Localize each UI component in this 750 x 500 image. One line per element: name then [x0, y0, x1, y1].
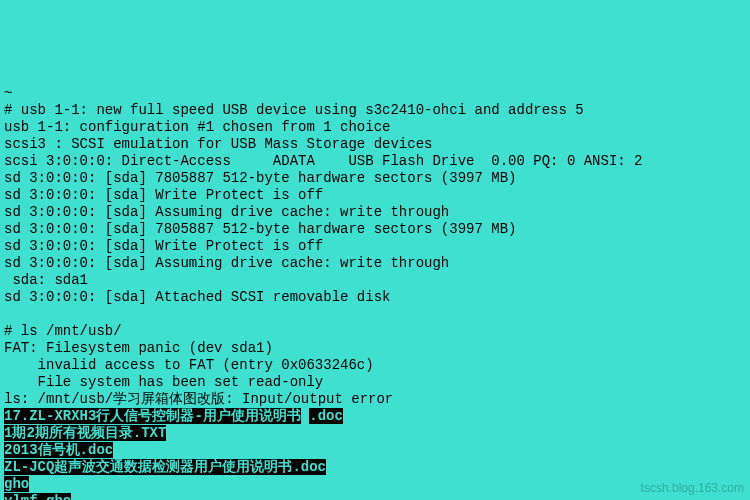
file-entry: 17.ZL-XRXH3行人信号控制器-用户使用说明书 [4, 408, 301, 424]
output-line: sd 3:0:0:0: [sda] Write Protect is off [4, 187, 323, 203]
file-entry: 2013信号机.doc [4, 442, 113, 458]
output-line: sda: sda1 [4, 272, 88, 288]
output-line: sd 3:0:0:0: [sda] Assuming drive cache: … [4, 204, 449, 220]
output-line: sd 3:0:0:0: [sda] Write Protect is off [4, 238, 323, 254]
file-entry: 1期2期所有视频目录.TXT [4, 425, 166, 441]
file-entry: ZL-JCQ超声波交通数据检测器用户使用说明书.doc [4, 459, 326, 475]
output-line: invalid access to FAT (entry 0x0633246c) [4, 357, 374, 373]
output-line: ls: /mnt/usb/学习屏箱体图改版: Input/output erro… [4, 391, 393, 407]
output-line: sd 3:0:0:0: [sda] 7805887 512-byte hardw… [4, 170, 516, 186]
terminal-output: ~ # usb 1-1: new full speed USB device u… [0, 68, 750, 500]
file-entry: gho [4, 476, 29, 492]
output-line: usb 1-1: configuration #1 chosen from 1 … [4, 119, 390, 135]
output-line: FAT: Filesystem panic (dev sda1) [4, 340, 273, 356]
output-line: scsi3 : SCSI emulation for USB Mass Stor… [4, 136, 432, 152]
output-line: sd 3:0:0:0: [sda] 7805887 512-byte hardw… [4, 221, 516, 237]
output-line: ~ [4, 85, 12, 101]
output-line: sd 3:0:0:0: [sda] Attached SCSI removabl… [4, 289, 390, 305]
output-line: sd 3:0:0:0: [sda] Assuming drive cache: … [4, 255, 449, 271]
file-entry-gap [301, 408, 309, 424]
file-entry: ylmf.gho [4, 493, 71, 500]
output-line: File system has been set read-only [4, 374, 323, 390]
file-entry-ext: .doc [309, 408, 343, 424]
output-line: scsi 3:0:0:0: Direct-Access ADATA USB Fl… [4, 153, 643, 169]
watermark-text: tscsh.blog.163.com [641, 480, 744, 497]
command-line: # ls /mnt/usb/ [4, 323, 122, 339]
output-line: # usb 1-1: new full speed USB device usi… [4, 102, 584, 118]
